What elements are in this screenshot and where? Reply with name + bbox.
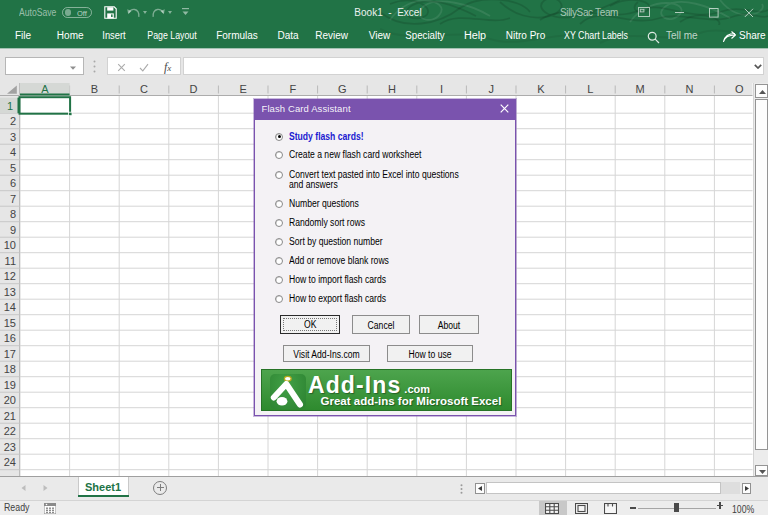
svg-text:5: 5 bbox=[10, 162, 16, 174]
svg-text:J: J bbox=[488, 83, 494, 95]
svg-text:10: 10 bbox=[4, 239, 16, 251]
svg-text:13: 13 bbox=[4, 286, 16, 298]
svg-text:18: 18 bbox=[4, 363, 16, 375]
svg-text:2: 2 bbox=[10, 115, 16, 127]
svg-text:20: 20 bbox=[4, 394, 16, 406]
svg-text:14: 14 bbox=[4, 301, 16, 313]
svg-text:C: C bbox=[140, 83, 148, 95]
svg-text:7: 7 bbox=[10, 193, 16, 205]
svg-text:21: 21 bbox=[4, 410, 16, 422]
svg-text:L: L bbox=[587, 83, 593, 95]
svg-text:15: 15 bbox=[4, 317, 16, 329]
svg-text:D: D bbox=[190, 83, 198, 95]
svg-text:12: 12 bbox=[4, 270, 16, 282]
svg-text:F: F bbox=[289, 83, 296, 95]
svg-text:4: 4 bbox=[10, 146, 16, 158]
svg-text:I: I bbox=[440, 83, 443, 95]
svg-text:16: 16 bbox=[4, 332, 16, 344]
svg-text:N: N bbox=[686, 83, 694, 95]
svg-text:3: 3 bbox=[10, 131, 16, 143]
svg-text:K: K bbox=[537, 83, 545, 95]
svg-text:O: O bbox=[735, 83, 744, 95]
svg-text:E: E bbox=[240, 83, 247, 95]
svg-text:A: A bbox=[41, 83, 49, 95]
svg-text:24: 24 bbox=[4, 456, 16, 468]
svg-text:G: G bbox=[338, 83, 347, 95]
svg-text:17: 17 bbox=[4, 348, 16, 360]
svg-text:9: 9 bbox=[10, 224, 16, 236]
svg-text:M: M bbox=[635, 83, 644, 95]
svg-text:8: 8 bbox=[10, 208, 16, 220]
svg-text:6: 6 bbox=[10, 177, 16, 189]
svg-text:1: 1 bbox=[7, 100, 13, 112]
svg-text:19: 19 bbox=[4, 379, 16, 391]
svg-text:B: B bbox=[91, 83, 98, 95]
svg-text:H: H bbox=[388, 83, 396, 95]
svg-text:23: 23 bbox=[4, 441, 16, 453]
svg-text:11: 11 bbox=[5, 255, 16, 267]
svg-text:22: 22 bbox=[4, 425, 16, 437]
